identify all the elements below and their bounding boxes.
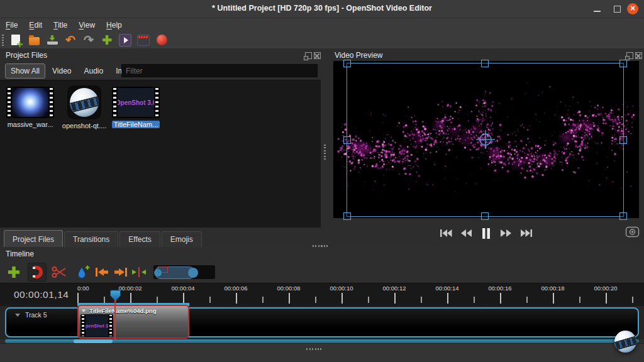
ruler-tick <box>315 297 316 303</box>
marker-drop-icon <box>75 265 91 280</box>
menu-title[interactable]: Title <box>48 19 73 31</box>
file-item-titlefilename[interactable]: OpenShot 3.0 TitleFileNam... <box>109 87 162 129</box>
razor-tool-button[interactable] <box>50 263 68 281</box>
float-panel-icon[interactable] <box>626 52 633 59</box>
file-thumbnail: OpenShot 3.0 <box>112 87 160 118</box>
file-thumbnail <box>67 85 101 119</box>
zoom-handle-right[interactable] <box>188 268 198 278</box>
window-titlebar: * Untitled Project [HD 720p 30 fps] - Op… <box>0 0 644 18</box>
jump-to-end-button[interactable] <box>520 228 533 238</box>
transform-handle-top-mid[interactable] <box>481 60 489 67</box>
center-playhead-button[interactable] <box>131 263 147 281</box>
zoom-range[interactable] <box>155 266 195 279</box>
panel-splitter-grip[interactable] <box>313 245 328 247</box>
ruler-tick <box>474 297 475 303</box>
ruler-tick <box>526 297 528 303</box>
timeline-panel: Timeline 00:00:01,14 0: <box>0 247 644 362</box>
splitter-grip[interactable] <box>306 348 321 350</box>
arrow-to-end-icon <box>113 266 128 278</box>
chevron-down-icon[interactable] <box>82 309 86 312</box>
transform-bounding-box[interactable] <box>347 63 624 217</box>
video-preview-canvas[interactable] <box>333 61 639 218</box>
close-panel-icon[interactable] <box>635 52 642 59</box>
import-files-button[interactable] <box>99 33 115 48</box>
timeline-zoom-slider[interactable] <box>153 265 215 279</box>
new-project-button[interactable] <box>8 33 24 48</box>
fast-forward-button[interactable] <box>500 228 512 238</box>
filter-video[interactable]: Video <box>47 63 77 79</box>
menu-edit[interactable]: Edit <box>23 19 48 31</box>
ruler-label: 00:00:06 <box>209 285 262 292</box>
dock-tab-bar: Project Files Transitions Effects Emojis <box>0 228 321 247</box>
tab-emojis[interactable]: Emojis <box>162 231 202 247</box>
filter-input[interactable] <box>121 64 318 77</box>
clip-thumbnail: OpenShot 3.0 <box>80 314 113 337</box>
timeline-title: Timeline <box>6 250 34 258</box>
close-panel-icon[interactable] <box>314 52 321 59</box>
transform-handle-top-left[interactable] <box>343 60 351 67</box>
next-marker-button[interactable] <box>112 263 130 281</box>
open-folder-icon <box>29 37 40 45</box>
snapping-toggle-button[interactable] <box>28 263 47 282</box>
main-toolbar: ↶ ↷ <box>0 31 644 49</box>
add-marker-button[interactable] <box>74 263 92 281</box>
toolbar-grip[interactable] <box>2 35 4 46</box>
save-project-button[interactable] <box>44 33 60 48</box>
file-item-openshot-qt[interactable]: openshot-qt.... <box>58 85 111 131</box>
tab-effects[interactable]: Effects <box>119 231 160 247</box>
ruler-tick <box>236 293 237 304</box>
close-button[interactable]: ✕ <box>627 3 638 14</box>
ruler-tick <box>341 293 343 304</box>
timeline-ruler[interactable]: 00:00:01,14 0:0000:00:0200:00:0400:00:06… <box>0 283 644 307</box>
menu-view[interactable]: View <box>73 19 101 31</box>
add-track-button[interactable] <box>5 263 23 281</box>
ruler-tick <box>183 293 184 304</box>
file-label: massive_war... <box>6 121 55 128</box>
redo-button[interactable]: ↷ <box>80 33 97 48</box>
ruler-label: 00:00:10 <box>315 285 368 292</box>
plus-icon <box>8 266 19 278</box>
previous-marker-button[interactable] <box>93 263 111 281</box>
ruler-tick <box>130 293 131 304</box>
open-project-button[interactable] <box>26 33 42 48</box>
ruler-tick <box>553 293 554 304</box>
file-item-massive-war[interactable]: massive_war... <box>4 87 57 129</box>
menu-file[interactable]: File <box>0 19 23 31</box>
ruler-label: 00:00:12 <box>368 285 421 292</box>
menu-help[interactable]: Help <box>101 19 128 31</box>
tab-project-files[interactable]: Project Files <box>4 230 63 247</box>
minimize-button[interactable] <box>594 11 601 12</box>
scissors-icon <box>52 265 67 279</box>
pause-button[interactable] <box>480 228 492 239</box>
snapshot-camera-button[interactable] <box>625 226 640 241</box>
transform-handle-top-right[interactable] <box>619 60 627 67</box>
play-profile-icon <box>119 34 131 47</box>
track-label: Track 5 <box>15 311 47 319</box>
ruler-tick <box>394 293 396 304</box>
fullscreen-button[interactable] <box>135 33 152 48</box>
clip-title: TitleFileName%04d.png <box>81 307 156 314</box>
save-icon <box>47 35 58 45</box>
choose-profile-button[interactable] <box>117 33 133 48</box>
maximize-button[interactable] <box>614 6 621 13</box>
filter-show-all[interactable]: Show All <box>5 63 45 79</box>
menu-bar: File Edit Title View Help <box>0 18 644 31</box>
playhead-marker[interactable] <box>110 290 121 302</box>
transform-handle-mid-left[interactable] <box>343 136 351 144</box>
tracks-area[interactable]: Track 5 TitleFileName%04d.png OpenShot 3… <box>0 306 644 339</box>
window-title: * Untitled Project [HD 720p 30 fps] - Op… <box>0 4 644 13</box>
vertical-splitter[interactable] <box>324 145 326 160</box>
float-panel-icon[interactable] <box>305 52 312 59</box>
export-video-button[interactable] <box>153 33 170 48</box>
project-files-title: Project Files <box>6 51 47 60</box>
transform-handle-mid-right[interactable] <box>619 136 627 144</box>
jump-to-start-button[interactable] <box>440 228 452 238</box>
undo-button[interactable]: ↶ <box>62 33 79 48</box>
ruler-tick <box>104 297 105 303</box>
chevron-down-icon[interactable] <box>15 314 20 317</box>
rewind-button[interactable] <box>460 228 472 238</box>
filter-audio[interactable]: Audio <box>79 63 109 79</box>
undo-icon: ↶ <box>65 34 75 46</box>
timeline-clip[interactable]: TitleFileName%04d.png OpenShot 3.0 <box>77 305 189 339</box>
tab-transitions[interactable]: Transitions <box>64 231 118 247</box>
